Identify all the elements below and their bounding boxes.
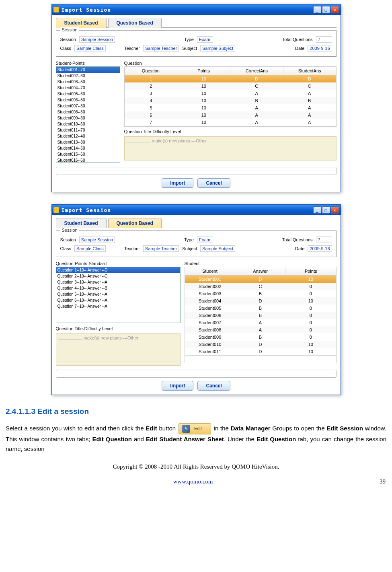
value-class: Sample Class <box>74 45 106 51</box>
maximize-button[interactable]: □ <box>322 6 330 13</box>
list-item[interactable]: Student008--50 <box>56 109 120 115</box>
footer-url[interactable]: www.qomo.com <box>173 478 213 485</box>
table-row[interactable]: 610AA <box>125 111 336 119</box>
list-item[interactable]: Student002--60 <box>56 73 120 79</box>
table-row[interactable]: 210CC <box>125 82 336 90</box>
close-button[interactable]: ✕ <box>331 206 339 214</box>
list-item[interactable]: Student014--50 <box>56 145 120 151</box>
value-date: 2009-9-16 <box>308 45 332 51</box>
list-item[interactable]: Student011--70 <box>56 127 120 133</box>
table-row[interactable]: Student005B0 <box>185 305 336 312</box>
list-item[interactable]: Student012--40 <box>56 133 120 139</box>
import-session-window-2: Import Session _ □ ✕ Student Based Quest… <box>51 204 341 395</box>
list-item[interactable]: Student004--70 <box>56 85 120 91</box>
label-session: Session <box>60 237 76 242</box>
list-item[interactable]: Student001--70 <box>56 67 120 73</box>
titlebar[interactable]: Import Session _ □ ✕ <box>52 4 341 15</box>
value-date: 2009-9-16 <box>308 245 332 252</box>
label-date: Date <box>295 46 304 51</box>
tab-student-based[interactable]: Student Based <box>56 18 107 28</box>
student-points-listbox[interactable]: Student001--70Student002--60Student003--… <box>56 66 120 163</box>
col-correct[interactable]: CorrectAns <box>230 67 283 75</box>
table-row[interactable]: Student004D10 <box>185 297 336 305</box>
list-item[interactable]: Student007--50 <box>56 103 120 109</box>
list-item[interactable]: Question 3--10-- Answer --A <box>56 279 180 285</box>
list-item[interactable]: Student009--30 <box>56 115 120 121</box>
tab-bar: Student Based Question Based <box>56 17 337 28</box>
list-item[interactable]: Student003--50 <box>56 79 120 85</box>
tab-question-based[interactable]: Question Based <box>108 218 162 228</box>
list-item[interactable]: Question 5--10-- Answer --A <box>56 291 180 297</box>
table-row[interactable]: Student010D10 <box>185 341 336 348</box>
table-row[interactable]: 410BB <box>125 97 336 104</box>
table-row[interactable]: Student011D10 <box>185 348 336 355</box>
table-row[interactable]: Student006B0 <box>185 312 336 319</box>
list-item[interactable]: Question 7--10-- Answer --A <box>56 303 180 309</box>
edit-icon: ✎ <box>182 425 190 433</box>
minimize-button[interactable]: _ <box>313 206 321 214</box>
question-label: Question <box>124 61 337 66</box>
list-item[interactable]: Student013--30 <box>56 139 120 145</box>
table-row[interactable]: Student001D10 <box>185 276 336 283</box>
col-points[interactable]: Points <box>177 67 230 75</box>
window-icon <box>53 207 59 213</box>
list-item[interactable]: Question 1--10-- Answer --D <box>56 267 180 273</box>
value-subject: Sample Subject <box>200 45 235 51</box>
tab-student-based[interactable]: Student Based <box>56 218 107 228</box>
table-row[interactable]: 310AA <box>125 90 336 97</box>
question-grid: Question Points CorrectAns StudentAns 11… <box>124 66 337 127</box>
value-total: 7 <box>316 237 332 243</box>
page-number: 39 <box>380 478 386 485</box>
table-row[interactable]: 510AA <box>125 104 336 111</box>
table-row[interactable]: Student002C0 <box>185 283 336 290</box>
col-points[interactable]: Points <box>286 267 336 275</box>
session-legend: Session <box>60 228 79 233</box>
value-type: Exam <box>197 237 213 243</box>
list-item[interactable]: Student006--50 <box>56 97 120 103</box>
status-input[interactable] <box>56 370 337 378</box>
label-type: Type <box>184 37 194 42</box>
minimize-button[interactable]: _ <box>313 6 321 13</box>
label-subject: Subject <box>182 46 197 51</box>
status-input[interactable] <box>56 167 337 175</box>
list-item[interactable]: Student005--60 <box>56 91 120 97</box>
label-date: Date <box>295 246 304 251</box>
tab-bar: Student Based Question Based <box>56 218 337 228</box>
import-button[interactable]: Import <box>162 381 193 391</box>
difficulty-label: Question Title-Difficulty Level <box>56 326 181 331</box>
table-row[interactable]: Student008A0 <box>185 326 336 333</box>
qps-listbox[interactable]: Question 1--10-- Answer --DQuestion 2--1… <box>56 267 181 323</box>
tab-question-based[interactable]: Question Based <box>108 18 162 28</box>
table-row[interactable]: Student009B0 <box>185 333 336 341</box>
list-item[interactable]: Question 6--10-- Answer --A <box>56 297 180 303</box>
list-item[interactable]: Student016--60 <box>56 157 120 163</box>
table-row[interactable]: Student003B0 <box>185 290 336 297</box>
label-subject: Subject <box>182 246 197 251</box>
value-type: Exam <box>197 36 213 43</box>
student-grid[interactable]: Student Answer Points Student001D10Stude… <box>185 267 337 363</box>
edit-button-label: Edit <box>194 425 202 432</box>
window-title: Import Session <box>62 207 313 213</box>
edit-button-inline[interactable]: ✎ Edit <box>179 423 211 434</box>
list-item[interactable]: Question 2--10-- Answer --C <box>56 273 180 279</box>
titlebar[interactable]: Import Session _ □ ✕ <box>52 205 341 215</box>
col-student[interactable]: Student <box>185 267 236 275</box>
cancel-button[interactable]: Cancel <box>197 178 230 188</box>
label-class: Class <box>60 246 72 251</box>
table-row[interactable]: 710AA <box>125 119 336 126</box>
cancel-button[interactable]: Cancel <box>197 381 230 391</box>
import-button[interactable]: Import <box>162 178 193 188</box>
list-item[interactable]: Question 4--10-- Answer --B <box>56 285 180 291</box>
close-button[interactable]: ✕ <box>331 6 339 13</box>
table-row[interactable]: Student007A0 <box>185 319 336 326</box>
maximize-button[interactable]: □ <box>322 206 330 214</box>
list-item[interactable]: Student015--60 <box>56 151 120 157</box>
col-question[interactable]: Question <box>125 67 178 75</box>
table-row[interactable]: 110DD <box>125 75 336 82</box>
list-item[interactable]: Student010--60 <box>56 121 120 127</box>
difficulty-placeholder: make(s) new plants ---Other <box>84 335 139 340</box>
col-student[interactable]: StudentAns <box>283 67 336 75</box>
col-answer[interactable]: Answer <box>235 267 286 275</box>
difficulty-placeholder: make(s) new plants ---Other <box>152 138 207 143</box>
section-heading: 2.4.1.1.3 Edit a session <box>6 407 386 416</box>
